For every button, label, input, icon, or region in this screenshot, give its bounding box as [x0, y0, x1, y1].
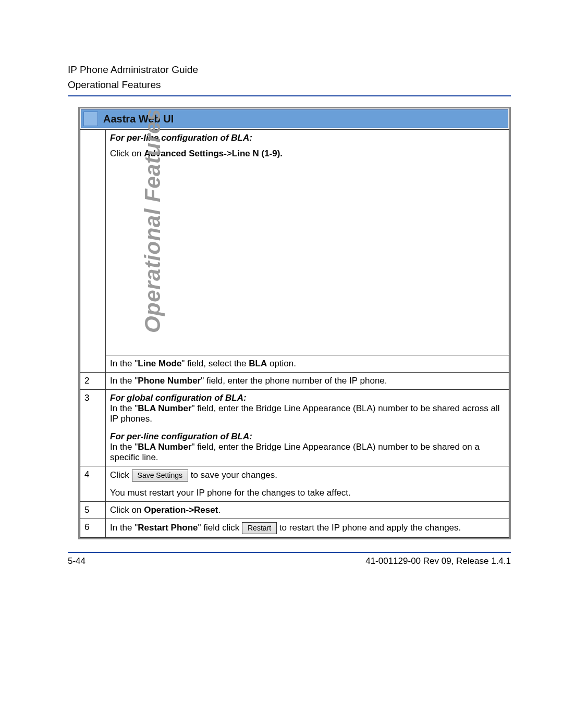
s1-linemode-post: option. [267, 359, 296, 368]
s6-pre: In the " [110, 523, 138, 533]
s3-perline-heading: For per-line configuration of BLA: [110, 431, 505, 442]
s1-linemode-pre: In the " [110, 359, 138, 368]
s6-mid: " field click [198, 523, 242, 533]
s3-global-bold: BLA Number [138, 403, 191, 413]
table-row: 5 Click on Operation->Reset. [80, 501, 509, 519]
s2-bold: Phone Number [138, 376, 201, 386]
step-number: 6 [80, 519, 106, 537]
step-number [80, 130, 106, 373]
s3-perline-pre: In the " [110, 442, 138, 452]
page-footer: 5-44 41-001129-00 Rev 09, Release 1.4.1 [68, 556, 511, 566]
table-row: In the "Line Mode" field, select the BLA… [80, 355, 509, 373]
step1-heading: For per-line configuration of BLA: [110, 133, 505, 143]
s2-pre: In the " [110, 376, 138, 386]
s1-linemode-mid: " field, select the [181, 359, 249, 368]
s4-click: Click [110, 470, 132, 480]
step-cell: In the "Restart Phone" field click Resta… [106, 519, 509, 537]
step-number: 5 [80, 501, 106, 519]
table-row: 6 In the "Restart Phone" field click Res… [80, 519, 509, 537]
step-cell: In the "Phone Number" field, enter the p… [106, 373, 509, 390]
guide-section: Operational Features [68, 78, 511, 93]
s6-post: to restart the IP phone and apply the ch… [279, 523, 461, 533]
footer-rule [68, 552, 511, 553]
s4-note: You must restart your IP phone for the c… [110, 488, 505, 498]
step-cell: For global configuration of BLA: In the … [106, 390, 509, 466]
step-number: 3 [80, 390, 106, 466]
s1-linemode-b1: Line Mode [138, 359, 181, 368]
s5-pre: Click on [110, 505, 144, 515]
step-number: 4 [80, 466, 106, 502]
page-header: IP Phone Administrator Guide Operational… [68, 63, 511, 92]
header-rule [68, 95, 511, 96]
step-cell: Click Save Settings to save your changes… [106, 466, 509, 502]
side-title: Operational Features [140, 109, 165, 333]
doc-revision: 41-001129-00 Rev 09, Release 1.4.1 [365, 556, 511, 566]
restart-button[interactable]: Restart [242, 522, 277, 534]
step-cell: For per-line configuration of BLA: Click… [106, 130, 509, 355]
s6-bold: Restart Phone [138, 523, 198, 533]
s4-after: to save your changes. [191, 470, 277, 480]
s5-post: . [218, 505, 221, 515]
web-ui-icon [83, 112, 98, 126]
step-cell: Click on Operation->Reset. [106, 501, 509, 519]
step-cell: In the "Line Mode" field, select the BLA… [106, 355, 509, 373]
s3-perline-bold: BLA Number [138, 442, 191, 452]
step1-intro-pre: Click on [110, 149, 144, 158]
table-row: 3 For global configuration of BLA: In th… [80, 390, 509, 466]
s3-global-heading: For global configuration of BLA: [110, 393, 505, 403]
s3-global-pre: In the " [110, 403, 138, 413]
page-number: 5-44 [68, 556, 85, 566]
step-number: 2 [80, 373, 106, 390]
save-settings-button[interactable]: Save Settings [132, 470, 188, 482]
s2-post: " field, enter the phone number of the I… [201, 376, 387, 386]
table-row: 4 Click Save Settings to save your chang… [80, 466, 509, 502]
s5-bold: Operation->Reset [144, 505, 218, 515]
guide-title: IP Phone Administrator Guide [68, 63, 511, 78]
s1-linemode-b2: BLA [249, 359, 267, 368]
page-root: IP Phone Administrator Guide Operational… [0, 0, 563, 728]
table-row: 2 In the "Phone Number" field, enter the… [80, 373, 509, 390]
